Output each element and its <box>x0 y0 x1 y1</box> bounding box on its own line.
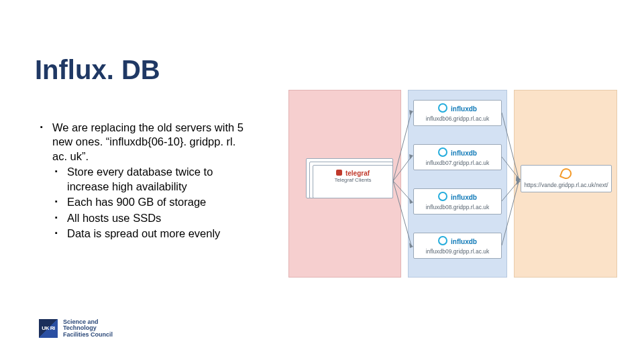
telegraf-icon <box>336 170 343 177</box>
node-hostname: influxdb08.gridpp.rl.ac.uk <box>417 204 498 210</box>
bullet-sub-storage: Each has 900 GB of storage <box>55 195 248 209</box>
grafana-icon <box>561 168 572 180</box>
influxdb-icon <box>438 192 449 202</box>
footer-logo: UK RI Science and Technology Facilities … <box>39 319 113 338</box>
influxdb-node-06: influxdb influxdb06.gridpp.rl.ac.uk <box>413 100 502 126</box>
architecture-diagram: telegraf Telegraf Clients influxdb influ… <box>255 47 631 335</box>
grafana-url: https://vande.gridpp.rl.ac.uk/next/ <box>524 182 608 188</box>
page-title: Influx. DB <box>35 55 160 85</box>
influxdb-node-09: influxdb influxdb09.gridpp.rl.ac.uk <box>413 233 502 259</box>
body-text: We are replacing the old servers with 5 … <box>40 121 248 243</box>
stfc-label: Science and Technology Facilities Counci… <box>63 319 113 338</box>
slide: Influx. DB We are replacing the old serv… <box>0 0 644 362</box>
node-hostname: influxdb09.gridpp.rl.ac.uk <box>417 248 498 255</box>
influxdb-node-08: influxdb influxdb08.gridpp.rl.ac.uk <box>413 188 502 215</box>
telegraf-brand-label: telegraf <box>345 170 370 177</box>
bullet-sub-availability: Store every database twice to increase h… <box>55 165 248 194</box>
influxdb-icon <box>438 147 449 158</box>
influxdb-icon <box>438 103 449 114</box>
influxdb-node-07: influxdb influxdb07.gridpp.rl.ac.uk <box>413 144 502 170</box>
node-hostname: influxdb06.gridpp.rl.ac.uk <box>417 115 498 122</box>
bullet-sub-ssd: All hosts use SSDs <box>55 211 248 225</box>
telegraf-label: Telegraf Clients <box>334 177 371 183</box>
telegraf-clients-node: telegraf Telegraf Clients <box>313 165 393 198</box>
node-hostname: influxdb07.gridpp.rl.ac.uk <box>417 160 498 166</box>
grafana-node: https://vande.gridpp.rl.ac.uk/next/ <box>521 165 612 192</box>
influxdb-brand-label: influxdb <box>451 149 477 157</box>
influxdb-brand-label: influxdb <box>451 194 477 201</box>
bullet-main: We are replacing the old servers with 5 … <box>40 121 248 164</box>
ukri-icon: UK RI <box>39 319 58 338</box>
influxdb-icon <box>438 236 449 247</box>
influxdb-brand-label: influxdb <box>451 238 477 245</box>
influxdb-brand-label: influxdb <box>451 105 477 113</box>
bullet-sub-spread: Data is spread out more evenly <box>55 227 248 241</box>
